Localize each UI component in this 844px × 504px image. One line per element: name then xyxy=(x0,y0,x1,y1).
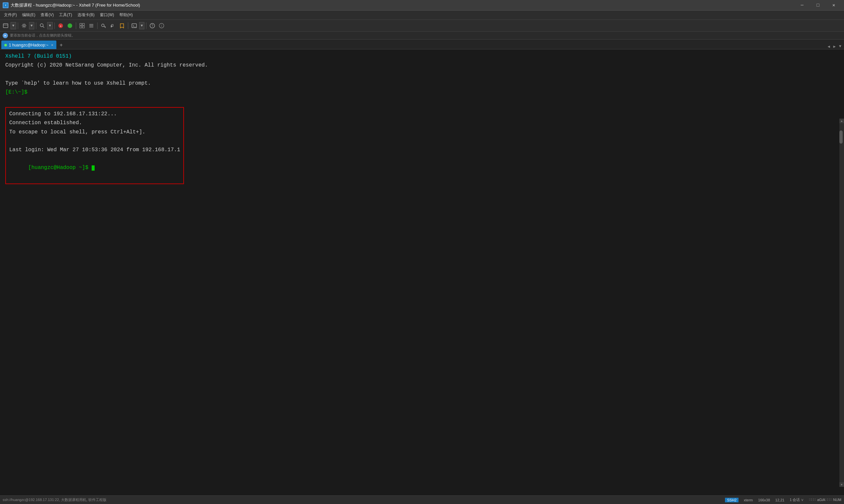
connection-box: Connecting to 192.168.17.131:22... Conne… xyxy=(5,107,184,184)
minimize-button[interactable]: ─ xyxy=(795,0,810,11)
terminal-cursor xyxy=(92,165,94,170)
toolbar-help[interactable]: ? xyxy=(148,21,157,30)
svg-text:X: X xyxy=(5,4,6,7)
hint-bar: 要添加当前会话，点击左侧的箭头按钮。 xyxy=(0,32,844,39)
menu-file[interactable]: 文件(F) xyxy=(1,11,19,19)
window-controls: ─ □ ✕ xyxy=(795,0,841,11)
app-icon: X xyxy=(3,2,8,8)
terminal-line-1: Xshell 7 (Build 0151) xyxy=(5,52,839,61)
toolbar-thumb-up[interactable] xyxy=(108,21,117,30)
toolbar-terminal[interactable] xyxy=(130,21,138,30)
menu-window[interactable]: 窗口(W) xyxy=(97,11,117,19)
maximize-button[interactable]: □ xyxy=(810,0,826,11)
scrollbar-up-btn[interactable]: ▲ xyxy=(839,119,844,123)
menu-view[interactable]: 查看(V) xyxy=(38,11,56,19)
window-title: 大数据课程 - huangzc@Hadoop:~ - Xshell 7 (Fre… xyxy=(11,2,140,8)
status-sessions[interactable]: 1 会话 ∨ xyxy=(790,498,804,502)
conn-line-1: Connecting to 192.168.17.131:22... xyxy=(9,110,180,119)
scrollbar-thumb[interactable] xyxy=(839,130,843,144)
tab-status-dot xyxy=(4,44,7,47)
session-tab[interactable]: 1 huangzc@Hadoop:~ ✕ xyxy=(1,40,56,49)
menu-help[interactable]: 帮助(H) xyxy=(117,11,136,19)
svg-point-4 xyxy=(40,24,43,27)
search-icon-btn[interactable] xyxy=(38,21,47,30)
svg-text:?: ? xyxy=(152,24,154,28)
toolbar-dropdown-3[interactable]: ▼ xyxy=(47,22,53,29)
svg-line-5 xyxy=(43,26,44,28)
toolbar-bookmark[interactable] xyxy=(118,21,126,30)
menu-edit[interactable]: 编辑(E) xyxy=(19,11,38,19)
svg-rect-2 xyxy=(3,24,8,28)
toolbar-sep-5 xyxy=(97,22,98,29)
toolbar: ▼ ▼ ▼ ✕ xyxy=(0,20,844,32)
toolbar-sep-7 xyxy=(146,22,147,29)
svg-text:i: i xyxy=(161,24,162,28)
status-ssh-label: SSH2 xyxy=(725,498,739,502)
svg-point-8 xyxy=(68,23,72,28)
terminal-line-5: [E:\~]$ xyxy=(5,88,839,97)
terminal-line-blank xyxy=(5,97,839,106)
toolbar-settings-btn[interactable] xyxy=(20,21,28,30)
hint-icon xyxy=(3,33,8,38)
terminal-line-3 xyxy=(5,70,839,79)
toolbar-new-btn[interactable] xyxy=(1,21,10,30)
toolbar-sep-1 xyxy=(18,22,18,29)
toolbar-dropdown-2[interactable]: ▼ xyxy=(29,22,35,29)
status-term: xterm xyxy=(744,498,753,502)
scrollbar[interactable]: ▲ ▼ xyxy=(839,119,844,487)
svg-rect-17 xyxy=(111,26,112,27)
status-connection-info: ssh://huangzc@192.168.17.131:22, 大数据课程用机… xyxy=(3,498,721,502)
toolbar-dropdown-1[interactable]: ▼ xyxy=(11,22,16,29)
tab-nav-menu-btn[interactable]: ▼ xyxy=(838,44,843,49)
terminal-line-4: Type `help' to learn how to use Xshell p… xyxy=(5,79,839,88)
tab-bar: 1 huangzc@Hadoop:~ ✕ + ◀ ▶ ▼ xyxy=(0,39,844,49)
toolbar-list-btn[interactable] xyxy=(87,21,96,30)
status-right: SSH2 xterm 166x38 12,21 1 会话 ∨ ∷∷∷ aGiA∷… xyxy=(725,498,841,502)
terminal-line-2: Copyright (c) 2020 NetSarang Computer, I… xyxy=(5,61,839,70)
conn-prompt: [huangzc@Hadoop ~]$ xyxy=(9,155,180,181)
svg-point-16 xyxy=(102,24,104,27)
title-bar-left: X 大数据课程 - huangzc@Hadoop:~ - Xshell 7 (F… xyxy=(3,2,140,8)
toolbar-connect-red[interactable]: ✕ xyxy=(56,21,65,30)
toolbar-sep-3 xyxy=(54,22,55,29)
close-button[interactable]: ✕ xyxy=(826,0,841,11)
toolbar-sep-2 xyxy=(36,22,36,29)
tab-nav-right-btn[interactable]: ▶ xyxy=(832,44,837,49)
svg-rect-9 xyxy=(80,23,82,25)
svg-rect-11 xyxy=(80,26,82,28)
toolbar-grid-btn[interactable] xyxy=(78,21,86,30)
toolbar-info[interactable]: i xyxy=(157,21,166,30)
toolbar-connect-green[interactable] xyxy=(66,21,74,30)
title-bar: X 大数据课程 - huangzc@Hadoop:~ - Xshell 7 (F… xyxy=(0,0,844,11)
svg-rect-10 xyxy=(82,23,84,25)
status-bar: ssh://huangzc@192.168.17.131:22, 大数据课程用机… xyxy=(0,496,844,504)
conn-line-2: Connection established. xyxy=(9,119,180,127)
menu-tabs[interactable]: 选项卡(B) xyxy=(75,11,97,19)
tab-add-btn[interactable]: + xyxy=(58,42,65,49)
menu-bar: 文件(F) 编辑(E) 查看(V) 工具(T) 选项卡(B) 窗口(W) 帮助(… xyxy=(0,11,844,20)
tab-nav-right: ◀ ▶ ▼ xyxy=(826,44,843,49)
menu-tools[interactable]: 工具(T) xyxy=(56,11,74,19)
scrollbar-down-btn[interactable]: ▼ xyxy=(839,482,844,487)
tab-nav-left-btn[interactable]: ◀ xyxy=(826,44,831,49)
conn-line-3: To escape to local shell, press Ctrl+Alt… xyxy=(9,128,180,137)
status-size: 166x38 xyxy=(758,498,770,502)
toolbar-key-btn[interactable] xyxy=(99,21,108,30)
toolbar-sep-4 xyxy=(76,22,76,29)
toolbar-dropdown-4[interactable]: ▼ xyxy=(139,22,145,29)
tab-label: 1 huangzc@Hadoop:~ xyxy=(9,43,49,48)
status-info: ∷∷∷ aGiA∷∷∷ NUM xyxy=(809,498,841,502)
svg-point-3 xyxy=(23,25,25,27)
conn-line-blank xyxy=(9,137,180,146)
terminal-area[interactable]: Xshell 7 (Build 0151) Copyright (c) 2020… xyxy=(0,49,844,496)
conn-line-5: Last login: Wed Mar 27 10:53:36 2024 fro… xyxy=(9,146,180,155)
svg-rect-12 xyxy=(82,26,84,28)
toolbar-sep-6 xyxy=(128,22,128,29)
hint-text: 要添加当前会话，点击左侧的箭头按钮。 xyxy=(10,33,75,38)
status-cursor: 12,21 xyxy=(775,498,785,502)
tab-close-btn[interactable]: ✕ xyxy=(51,43,53,47)
svg-text:✕: ✕ xyxy=(60,25,61,28)
